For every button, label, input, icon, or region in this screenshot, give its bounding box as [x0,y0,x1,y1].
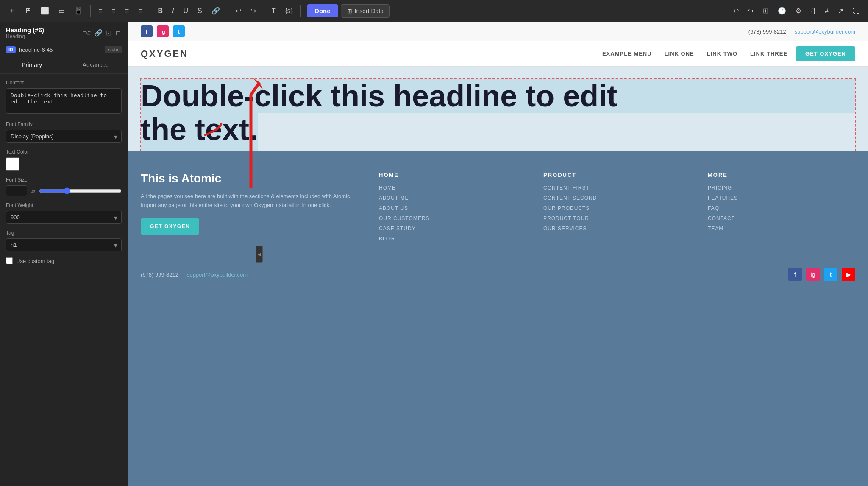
site-logo[interactable]: QXYGEN [141,48,188,59]
footer-link-contact[interactable]: CONTACT [708,215,855,221]
footer-link-content-first[interactable]: CONTENT FIRST [543,185,691,191]
panel-header: Heading (#6) Heading ⌥ 🔗 ⊡ 🗑 [0,22,128,42]
footer-link-product-tour[interactable]: PRODUCT TOUR [543,215,691,221]
font-weight-select[interactable]: 900 700 400 [6,211,122,224]
footer-brand: This is Atomic All the pages you see her… [141,172,362,242]
insert-data-icon: ⊞ [347,8,352,14]
color-row [6,157,122,171]
hash-btn[interactable]: # [821,5,832,17]
fullscreen-btn[interactable]: ⛶ [849,5,863,17]
footer-link-faq[interactable]: FAQ [708,205,855,211]
font-size-row: px [6,185,122,196]
undo-btn[interactable]: ↩ [232,4,245,17]
mobile-view-btn[interactable]: 📱 [71,4,86,17]
tab-advanced[interactable]: Advanced [64,57,128,73]
nav-link-three[interactable]: LINK THREE [750,50,787,57]
undo2-btn[interactable]: ↩ [730,4,742,17]
insert-data-button[interactable]: ⊞ Insert Data [341,4,390,18]
footer-link-home[interactable]: HOME [379,185,526,191]
footer-col-home-title: HOME [379,172,526,178]
nav-link-two[interactable]: LINK TWO [707,50,737,57]
headline-element[interactable]: Double-click this headline to edit the t… [141,79,855,151]
topbar-email[interactable]: support@oxybuilder.com [795,28,855,35]
content-label: Content [6,80,122,86]
clock-btn[interactable]: 🕐 [774,4,790,17]
tag-wrapper: h1 h2 h3 [6,238,122,251]
export-btn[interactable]: ↗ [835,4,847,17]
redo-btn[interactable]: ↪ [247,4,259,17]
desktop-view-btn[interactable]: 🖥 [21,5,35,17]
code-btn[interactable]: {s} [281,5,296,17]
left-panel: Heading (#6) Heading ⌥ 🔗 ⊡ 🗑 ID headline… [0,22,128,486]
footer-link-customers[interactable]: OUR CUSTOMERS [379,215,526,221]
panel-title-group: Heading (#6) Heading [6,26,44,39]
tag-label: Tag [6,230,122,236]
italic-btn[interactable]: I [169,5,177,17]
font-size-slider[interactable] [39,187,122,194]
underline-btn[interactable]: U [180,5,192,17]
font-size-input[interactable] [6,185,27,196]
footer-instagram-icon[interactable]: ig [806,268,820,281]
tab-primary[interactable]: Primary [0,57,64,73]
font-size-label: Font Size [6,177,122,183]
topbar-contact: (678) 999-8212 support@oxybuilder.com [748,28,855,35]
align-left-btn[interactable]: ≡ [95,5,106,17]
align-justify-btn[interactable]: ≡ [135,5,145,17]
text-color-swatch[interactable] [6,157,19,171]
done-button[interactable]: Done [307,4,338,17]
footer-email[interactable]: support@oxybuilder.com [187,271,248,278]
panel-tabs: Primary Advanced [0,57,128,74]
text-btn[interactable]: T [268,5,279,17]
twitter-icon[interactable]: t [173,25,185,37]
link-panel-icon[interactable]: 🔗 [94,29,103,37]
footer-link-features[interactable]: FEATURES [708,195,855,201]
align-center-btn[interactable]: ≡ [108,5,119,17]
grid-btn[interactable]: ⊞ [760,4,772,17]
nav-link-one[interactable]: LINK ONE [665,50,694,57]
custom-tag-checkbox[interactable] [6,257,13,264]
footer-facebook-icon[interactable]: f [788,268,802,281]
footer-link-about-us[interactable]: ABOUT US [379,205,526,211]
footer-link-about-me[interactable]: ABOUT ME [379,195,526,201]
align-right-btn[interactable]: ≡ [122,5,132,17]
footer-youtube-icon[interactable]: ▶ [842,268,855,281]
instagram-icon[interactable]: ig [157,25,169,37]
id-badge: ID [6,46,16,53]
footer-link-pricing[interactable]: PRICING [708,185,855,191]
state-button[interactable]: state [105,46,122,53]
panel-icon-group: ⌥ 🔗 ⊡ 🗑 [83,29,122,37]
facebook-icon[interactable]: f [141,25,153,37]
delete-icon[interactable]: 🗑 [115,29,122,37]
bold-btn[interactable]: B [154,5,166,17]
footer-link-team[interactable]: TEAM [708,226,855,232]
nav-link-example-menu[interactable]: EXAMPLE MENU [602,50,652,57]
tablet-view-btn[interactable]: ⬜ [37,4,53,17]
footer-link-our-services[interactable]: OUR SERVICES [543,226,691,232]
copy-icon[interactable]: ⊡ [106,29,111,37]
tag-select[interactable]: h1 h2 h3 [6,238,122,251]
settings-btn[interactable]: ⚙ [792,4,805,17]
code2-btn[interactable]: {} [807,5,819,17]
footer-col-product-links: CONTENT FIRST CONTENT SECOND OUR PRODUCT… [543,185,691,232]
footer-twitter-icon[interactable]: t [824,268,837,281]
custom-tag-row: Use custom tag [6,257,122,264]
font-family-select[interactable]: Display (Poppins) [6,130,122,143]
font-weight-label: Font Weight [6,202,122,208]
link-btn[interactable]: 🔗 [208,4,223,17]
nav-cta-button[interactable]: GET OXYGEN [796,46,855,61]
panel-content: Content Double-click this headline to ed… [0,74,128,486]
hierarchy-icon[interactable]: ⌥ [83,29,91,37]
collapse-panel-btn[interactable]: ◀ [256,246,263,263]
footer-link-content-second[interactable]: CONTENT SECOND [543,195,691,201]
content-textarea[interactable]: Double-click this headline to edit the t… [6,88,122,114]
footer-link-our-products[interactable]: OUR PRODUCTS [543,205,691,211]
redo2-btn[interactable]: ↪ [745,4,757,17]
site-topbar: f ig t (678) 999-8212 support@oxybuilder… [128,22,868,41]
footer-cta-button[interactable]: GET OXYGEN [141,218,199,235]
footer-link-blog[interactable]: BLOG [379,236,526,242]
footer-col-more-title: MORE [708,172,855,178]
footer-link-case-study[interactable]: CASE STUDY [379,226,526,232]
tablet-portrait-btn[interactable]: ▭ [55,4,68,17]
strikethrough-btn[interactable]: S [194,5,206,17]
add-button[interactable]: ＋ [5,4,19,18]
